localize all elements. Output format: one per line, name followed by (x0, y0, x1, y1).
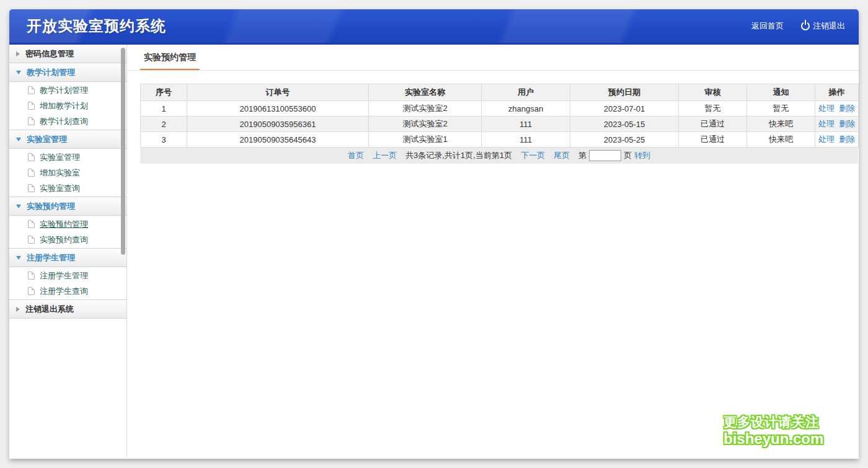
sidebar-item-reservation-query[interactable]: 实验预约查询 (9, 232, 126, 247)
sidebar-item-lab-query[interactable]: 实验室查询 (9, 180, 126, 196)
power-icon (801, 22, 810, 30)
document-icon (28, 287, 35, 295)
sidebar-group-logout[interactable]: 注销退出系统 (9, 300, 126, 319)
document-icon (28, 117, 35, 125)
table-row: 2 20190509035956361 测试实验室2 111 2023-05-1… (141, 117, 859, 132)
document-icon (28, 169, 35, 177)
app-body: 密码信息管理 教学计划管理 教学计划管理 增加教学计划 教学计划查询 (9, 45, 859, 457)
cell-review: 已通过 (679, 117, 747, 132)
logout-button[interactable]: 注销退出 (801, 20, 845, 32)
cell-no: 2 (141, 117, 187, 132)
cell-actions: 处理 删除 (815, 117, 859, 132)
chevron-right-icon (16, 307, 20, 312)
sidebar-item-teaching-plan-query[interactable]: 教学计划查询 (9, 113, 126, 129)
goto-suffix-label: 页 (624, 150, 632, 161)
sidebar-group-label: 教学计划管理 (27, 63, 75, 81)
cell-lab: 测试实验室2 (369, 117, 482, 132)
cell-no: 3 (141, 132, 187, 148)
col-header-actions: 操作 (815, 84, 859, 101)
sidebar-item-label: 实验预约查询 (40, 232, 88, 247)
page-number-input[interactable] (589, 150, 621, 161)
chevron-down-icon (16, 71, 21, 74)
sidebar-group-label: 注册学生管理 (27, 249, 75, 267)
cell-date: 2023-05-25 (570, 132, 679, 148)
submenu-teaching-plan: 教学计划管理 增加教学计划 教学计划查询 (9, 82, 126, 130)
delete-link[interactable]: 删除 (839, 135, 855, 144)
next-page-link[interactable]: 下一页 (521, 150, 545, 161)
sidebar-item-student-query[interactable]: 注册学生查询 (9, 283, 126, 299)
last-page-link[interactable]: 尾页 (554, 150, 570, 161)
process-link[interactable]: 处理 (818, 135, 835, 144)
cell-user: 111 (482, 132, 570, 148)
cell-notice: 快来吧 (747, 117, 815, 132)
submenu-reservation: 实验预约管理 实验预约查询 (9, 216, 126, 249)
sidebar-item-teaching-plan-add[interactable]: 增加教学计划 (9, 98, 126, 113)
document-icon (28, 86, 35, 94)
sidebar-group-student[interactable]: 注册学生管理 (9, 249, 126, 267)
document-icon (28, 272, 35, 280)
col-header-review: 审核 (679, 84, 747, 101)
sidebar-item-lab-manage[interactable]: 实验室管理 (9, 149, 126, 165)
sidebar-group-label: 实验预约管理 (27, 197, 75, 215)
cell-lab: 测试实验室1 (369, 132, 482, 148)
table-header-row: 序号 订单号 实验室名称 用户 预约日期 审核 通知 操作 (141, 84, 859, 101)
sidebar-item-student-manage[interactable]: 注册学生管理 (9, 268, 126, 283)
sidebar-item-lab-add[interactable]: 增加实验室 (9, 165, 126, 180)
sidebar-item-reservation-manage[interactable]: 实验预约管理 (9, 216, 126, 232)
document-icon (28, 220, 35, 228)
cell-notice: 快来吧 (747, 132, 815, 148)
sidebar-group-password-info[interactable]: 密码信息管理 (9, 45, 126, 63)
cell-date: 2023-07-01 (570, 101, 679, 117)
sidebar-group-lab[interactable]: 实验室管理 (9, 130, 126, 149)
cell-user: zhangsan (482, 101, 570, 117)
main-content: 实验预约管理 序号 订单号 实验室名称 用户 (127, 45, 859, 457)
sidebar-item-label: 教学计划管理 (40, 82, 88, 98)
col-header-lab: 实验室名称 (369, 84, 482, 101)
col-header-order: 订单号 (187, 84, 369, 101)
cell-order: 20190509035645643 (187, 132, 369, 148)
cell-order: 20190613100553600 (187, 101, 369, 117)
sidebar-group-teaching-plan[interactable]: 教学计划管理 (9, 63, 126, 82)
cell-user: 111 (482, 117, 570, 132)
delete-link[interactable]: 删除 (839, 104, 855, 113)
document-icon (28, 153, 35, 161)
logout-label: 注销退出 (813, 20, 845, 32)
app-title: 开放实验室预约系统 (9, 16, 166, 36)
sidebar-group-label: 注销退出系统 (25, 300, 74, 318)
page-title: 实验预约管理 (140, 45, 200, 70)
process-link[interactable]: 处理 (818, 104, 835, 113)
sidebar-item-teaching-plan-manage[interactable]: 教学计划管理 (9, 82, 126, 98)
cell-order: 20190509035956361 (187, 117, 369, 132)
sidebar-scrollbar[interactable] (121, 48, 125, 255)
cell-date: 2023-05-15 (570, 117, 679, 132)
sidebar-item-label: 增加实验室 (40, 165, 80, 180)
first-page-link[interactable]: 首页 (348, 150, 364, 161)
prev-page-link[interactable]: 上一页 (373, 150, 397, 161)
chevron-right-icon (16, 51, 20, 56)
content-tabbar: 实验预约管理 (127, 45, 859, 71)
reservation-table: 序号 订单号 实验室名称 用户 预约日期 审核 通知 操作 1 (140, 84, 859, 148)
table-row: 3 20190509035645643 测试实验室1 111 2023-05-2… (141, 132, 859, 148)
delete-link[interactable]: 删除 (839, 119, 855, 128)
col-header-notice: 通知 (747, 84, 815, 101)
process-link[interactable]: 处理 (818, 119, 835, 128)
sidebar-item-label: 注册学生管理 (40, 268, 88, 283)
goto-prefix-label: 第 (578, 150, 587, 161)
sidebar-group-label: 实验室管理 (27, 130, 67, 148)
pagination-summary: 共3条记录,共计1页,当前第1页 (405, 150, 512, 161)
home-link[interactable]: 返回首页 (751, 20, 784, 32)
sidebar-item-label: 注册学生查询 (40, 283, 88, 299)
app-window: 开放实验室预约系统 返回首页 注销退出 密码信息管理 教学计划管理 (9, 9, 859, 459)
header-actions: 返回首页 注销退出 (751, 20, 859, 32)
document-icon (28, 102, 35, 110)
col-header-user: 用户 (482, 84, 570, 101)
cell-review: 已通过 (679, 132, 747, 148)
cell-review: 暂无 (679, 101, 747, 117)
document-icon (28, 236, 35, 244)
chevron-down-icon (16, 205, 21, 208)
cell-actions: 处理 删除 (815, 132, 859, 148)
pagination-bar: 首页 上一页 共3条记录,共计1页,当前第1页 下一页 尾页 第 页 转到 (140, 148, 858, 164)
submenu-lab: 实验室管理 增加实验室 实验室查询 (9, 149, 126, 197)
goto-button[interactable]: 转到 (634, 150, 650, 161)
sidebar-group-reservation[interactable]: 实验预约管理 (9, 197, 126, 216)
